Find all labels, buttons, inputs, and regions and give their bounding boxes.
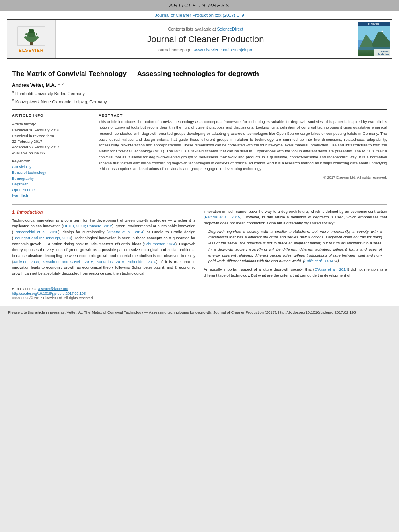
affiliation-b: b Konzeptwerk Neue Ökonomie, Leipzig, Ge… xyxy=(12,98,387,105)
journal-cover-area: ELSEVIER Cleaner Producti xyxy=(356,20,392,58)
aip-banner-text: ARTICLE IN PRESS xyxy=(169,2,230,8)
footer-divider xyxy=(12,285,387,285)
keyword-item: Open Source xyxy=(12,187,90,193)
accepted-date: Accepted 27 February 2017 xyxy=(12,144,90,150)
received-revised-label: Received in revised form xyxy=(12,133,90,138)
info-divider xyxy=(12,119,90,119)
svg-point-3 xyxy=(29,29,34,33)
two-col-body: 1. Introduction Technological innovation… xyxy=(12,209,387,281)
ref-dalisa[interactable]: D'Alisa et al., 2014 xyxy=(315,267,348,271)
intro-title: 1. Introduction xyxy=(12,209,195,216)
journal-title-area: Contents lists available at ScienceDirec… xyxy=(56,20,356,58)
footer: E-mail address: a.vetter@knoe.org http:/… xyxy=(0,285,399,300)
intro-col-left: 1. Introduction Technological innovation… xyxy=(12,209,195,281)
keywords-label: Keywords: xyxy=(12,159,90,163)
revised-date: 22 February 2017 xyxy=(12,139,90,144)
keyword-item: Ethics of technology xyxy=(12,170,90,175)
ref-kallis[interactable]: Kallis et al., 2014 xyxy=(304,259,333,263)
svg-point-4 xyxy=(24,36,27,39)
intro-para-right-1: innovation in itself cannot pave the way… xyxy=(204,209,387,226)
author-name: Andrea Vetter, M.A. xyxy=(12,82,56,88)
ref-arnette[interactable]: Arnette et al., 2014 xyxy=(108,230,143,234)
homepage-link[interactable]: www.elsevier.com/locate/jclepro xyxy=(194,47,253,52)
cover-title: Cleaner Production xyxy=(374,49,390,56)
copyright-line: © 2017 Elsevier Ltd. All rights reserved… xyxy=(99,175,387,179)
info-abstract-section: ARTICLE INFO Article history: Received 1… xyxy=(12,109,387,199)
ref-oecd[interactable]: OECD, 2010; Pansera, 2012 xyxy=(63,224,112,228)
keywords-list: ConvivialityEthics of technologyEthnogra… xyxy=(12,164,90,199)
intro-col-right: innovation in itself cannot pave the way… xyxy=(204,209,387,281)
keyword-item: Degrowth xyxy=(12,181,90,187)
received-date-1: Received 16 February 2016 xyxy=(12,127,90,133)
introduction-section: 1. Introduction Technological innovation… xyxy=(12,204,387,281)
email-line: E-mail address: a.vetter@knoe.org xyxy=(12,287,387,291)
author-line: Andrea Vetter, M.A. a, b xyxy=(12,82,387,88)
journal-title: Journal of Cleaner Production xyxy=(147,34,264,45)
ref-braungart[interactable]: Braungart and McDonough, 2013 xyxy=(13,236,71,240)
blockquote-kallis: Degrowth signifies a society with a smal… xyxy=(208,229,382,264)
affiliation-a: a Humboldt University Berlin, Germany xyxy=(12,90,387,97)
journal-ref-line: Journal of Cleaner Production xxx (2017)… xyxy=(0,11,399,19)
journal-cover-image: ELSEVIER Cleaner Producti xyxy=(358,22,390,56)
elsevier-label: ELSEVIER xyxy=(19,48,43,53)
issn-line: 0959-6526/© 2017 Elsevier Ltd. All right… xyxy=(12,296,387,300)
cover-mountain-icon xyxy=(358,26,390,50)
doi-link[interactable]: http://dx.doi.org/10.1016/j.jclepro.2017… xyxy=(12,292,86,296)
article-info-col: ARTICLE INFO Article history: Received 1… xyxy=(12,113,90,199)
abstract-col: ABSTRACT This article introduces the not… xyxy=(99,113,387,199)
ref-schumpeter[interactable]: Schumpeter, 1934 xyxy=(144,242,175,246)
citation-banner: Please cite this article in press as: Ve… xyxy=(0,306,399,318)
elsevier-logo-area: ELSEVIER xyxy=(7,20,56,58)
available-online: Available online xxx xyxy=(12,150,90,156)
abstract-header: ABSTRACT xyxy=(99,113,387,117)
journal-header: ELSEVIER Contents lists available at Sci… xyxy=(7,19,392,59)
svg-point-6 xyxy=(25,33,27,35)
journal-homepage: journal homepage: www.elsevier.com/locat… xyxy=(158,47,253,52)
ref-petridis[interactable]: Petridis et al., 2015 xyxy=(205,215,240,219)
abstract-text: This article introduces the notion of co… xyxy=(99,119,387,172)
page: ARTICLE IN PRESS Journal of Cleaner Prod… xyxy=(0,0,399,319)
contents-available-text: Contents lists available at ScienceDirec… xyxy=(168,27,243,31)
article-info-header: ARTICLE INFO xyxy=(12,113,90,117)
article-content: The Matrix of Convivial Technology — Ass… xyxy=(0,59,399,281)
intro-para-1: Technological innovation is a core term … xyxy=(12,218,195,277)
ref-jackson[interactable]: Jackson, 2009; Kerschner and O'Neill, 20… xyxy=(13,259,156,264)
author-superscript: a, b xyxy=(58,82,64,86)
cover-stripe: ELSEVIER xyxy=(358,22,390,26)
journal-ref-text: Journal of Cleaner Production xxx (2017)… xyxy=(155,13,244,18)
doi-line: http://dx.doi.org/10.1016/j.jclepro.2017… xyxy=(12,292,387,296)
elsevier-tree-icon xyxy=(17,26,45,46)
aip-banner: ARTICLE IN PRESS xyxy=(0,0,399,11)
svg-point-5 xyxy=(36,36,39,39)
sciencedirect-link[interactable]: ScienceDirect xyxy=(217,27,243,31)
email-link[interactable]: a.vetter@knoe.org xyxy=(38,287,68,291)
intro-para-right-2: An equally important aspect of a future … xyxy=(204,267,387,278)
keyword-item: Ethnography xyxy=(12,176,90,181)
svg-point-7 xyxy=(36,33,37,35)
history-label: Article history: xyxy=(12,122,90,126)
article-title: The Matrix of Convivial Technology — Ass… xyxy=(12,70,387,78)
keyword-item: Ivan Illich xyxy=(12,193,90,198)
keyword-item: Conviviality xyxy=(12,164,90,170)
ref-franceschini[interactable]: Franceschini et al., 2016 xyxy=(13,230,58,234)
